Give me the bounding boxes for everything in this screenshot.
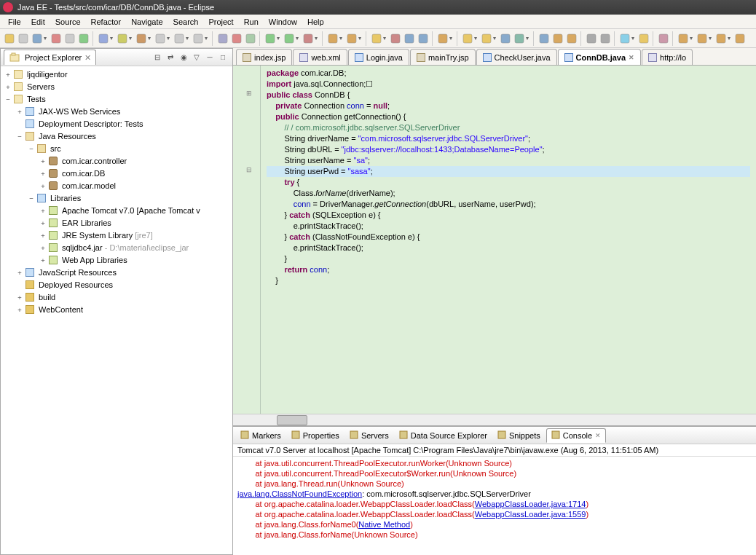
tree-twisty[interactable]: + bbox=[39, 256, 47, 264]
toolbar-dropdown-44[interactable]: ▾ bbox=[631, 35, 634, 42]
toolbar-button-19[interactable] bbox=[283, 32, 295, 44]
toolbar-button-42[interactable] bbox=[599, 32, 611, 44]
toolbar-button-16[interactable] bbox=[244, 32, 256, 44]
toolbar-dropdown-32[interactable]: ▾ bbox=[474, 35, 477, 42]
fold-marker[interactable]: ⊞ bbox=[246, 90, 252, 97]
view-tab-servers[interactable]: Servers bbox=[345, 429, 393, 442]
tree-twisty[interactable]: − bbox=[15, 133, 24, 140]
tree-twisty[interactable]: + bbox=[39, 207, 47, 214]
toolbar-button-15[interactable] bbox=[230, 32, 243, 44]
toolbar-button-18[interactable] bbox=[264, 32, 276, 44]
tree-twisty[interactable]: + bbox=[39, 157, 47, 165]
toolbar-dropdown-35[interactable]: ▾ bbox=[526, 35, 529, 42]
menu-refactor[interactable]: Refactor bbox=[86, 17, 127, 26]
view-menu-icon[interactable]: ▽ bbox=[191, 52, 202, 63]
toolbar-button-1[interactable] bbox=[17, 32, 29, 44]
menu-help[interactable]: Help bbox=[302, 17, 329, 26]
tree-node[interactable]: +EAR Libraries bbox=[1, 216, 232, 229]
console-output[interactable]: at java.util.concurrent.ThreadPoolExecut… bbox=[233, 457, 756, 555]
tree-node[interactable]: +Apache Tomcat v7.0 [Apache Tomcat v bbox=[1, 204, 232, 216]
toolbar-dropdown-23[interactable]: ▾ bbox=[358, 35, 361, 42]
tree-node[interactable]: Deployment Descriptor: Tests bbox=[1, 117, 232, 130]
view-tab-data-source-explorer[interactable]: Data Source Explorer bbox=[395, 429, 492, 442]
toolbar-button-27[interactable] bbox=[403, 32, 415, 44]
tree-node[interactable]: Deployed Resources bbox=[1, 278, 232, 291]
toolbar-button-39[interactable] bbox=[565, 32, 578, 44]
toolbar-dropdown-25[interactable]: ▾ bbox=[383, 35, 386, 42]
toolbar-dropdown-22[interactable]: ▾ bbox=[339, 35, 342, 42]
toolbar-button-35[interactable] bbox=[513, 32, 525, 44]
toolbar-button-4[interactable] bbox=[63, 32, 76, 44]
minimize-icon[interactable]: ─ bbox=[204, 52, 216, 63]
menu-search[interactable]: Search bbox=[168, 17, 204, 26]
toolbar-button-9[interactable] bbox=[135, 32, 147, 44]
project-explorer-tab[interactable]: Project Explorer ✕ bbox=[4, 50, 96, 65]
toolbar-dropdown-33[interactable]: ▾ bbox=[493, 35, 496, 42]
tree-twisty[interactable]: + bbox=[39, 232, 47, 239]
toolbar-button-11[interactable] bbox=[173, 32, 185, 44]
tree-twisty[interactable]: + bbox=[15, 294, 24, 301]
tree-node[interactable]: +ljqdiligentor bbox=[1, 68, 232, 80]
toolbar-button-33[interactable] bbox=[480, 32, 492, 44]
tree-twisty[interactable]: − bbox=[27, 194, 36, 202]
toolbar-button-47[interactable] bbox=[657, 32, 669, 44]
toolbar-button-10[interactable] bbox=[154, 32, 166, 44]
toolbar-button-51[interactable] bbox=[714, 32, 727, 44]
menu-project[interactable]: Project bbox=[203, 17, 238, 26]
tree-node[interactable]: +sqljdbc4.jar - D:\material\eclipse_jar bbox=[1, 241, 232, 253]
toolbar-dropdown-11[interactable]: ▾ bbox=[186, 35, 189, 42]
tree-twisty[interactable]: − bbox=[27, 145, 36, 152]
toolbar-dropdown-18[interactable]: ▾ bbox=[277, 35, 280, 42]
editor-tab-CheckUser-java[interactable]: CheckUser.java bbox=[476, 49, 557, 65]
toolbar-button-32[interactable] bbox=[461, 32, 473, 44]
toolbar-dropdown-9[interactable]: ▾ bbox=[148, 35, 151, 42]
tree-twisty[interactable]: + bbox=[15, 269, 24, 276]
toolbar-button-38[interactable] bbox=[551, 32, 564, 44]
toolbar-button-14[interactable] bbox=[216, 32, 229, 44]
toolbar-button-45[interactable] bbox=[637, 32, 650, 44]
toolbar-button-28[interactable] bbox=[417, 32, 429, 44]
toolbar-button-34[interactable] bbox=[499, 32, 511, 44]
editor-tab-ConnDB-java[interactable]: ConnDB.java✕ bbox=[558, 49, 641, 65]
editor-tab-web-xml[interactable]: web.xml bbox=[293, 49, 347, 65]
toolbar-button-50[interactable] bbox=[696, 32, 708, 44]
menu-navigate[interactable]: Navigate bbox=[126, 17, 168, 26]
horizontal-scrollbar[interactable] bbox=[233, 414, 756, 425]
menu-file[interactable]: File bbox=[3, 17, 26, 26]
toolbar-button-23[interactable] bbox=[345, 32, 358, 44]
close-icon[interactable]: ✕ bbox=[595, 432, 601, 439]
toolbar-button-8[interactable] bbox=[116, 32, 128, 44]
toolbar-button-0[interactable] bbox=[3, 32, 15, 44]
close-icon[interactable]: ✕ bbox=[84, 53, 91, 63]
view-tab-console[interactable]: Console✕ bbox=[546, 428, 606, 443]
toolbar-button-41[interactable] bbox=[585, 32, 597, 44]
toolbar-dropdown-10[interactable]: ▾ bbox=[167, 35, 170, 42]
editor-tab-index-jsp[interactable]: index.jsp bbox=[236, 49, 292, 65]
menu-source[interactable]: Source bbox=[50, 17, 86, 26]
toolbar-button-37[interactable] bbox=[538, 32, 550, 44]
toolbar-dropdown-7[interactable]: ▾ bbox=[110, 35, 113, 42]
toolbar-button-44[interactable] bbox=[618, 32, 631, 44]
window-close-icon[interactable] bbox=[3, 2, 13, 12]
tree-twisty[interactable]: + bbox=[15, 108, 24, 115]
menu-window[interactable]: Window bbox=[264, 17, 302, 26]
toolbar-dropdown-50[interactable]: ▾ bbox=[709, 35, 712, 42]
tree-twisty[interactable]: + bbox=[39, 170, 47, 177]
maximize-icon[interactable]: □ bbox=[217, 52, 229, 63]
tree-twisty[interactable]: + bbox=[39, 182, 47, 189]
collapse-all-icon[interactable]: ⊟ bbox=[151, 52, 163, 63]
tree-twisty[interactable]: + bbox=[15, 306, 24, 313]
tree-node[interactable]: −Libraries bbox=[1, 192, 232, 204]
tree-twisty[interactable]: + bbox=[39, 244, 47, 251]
toolbar-button-30[interactable] bbox=[436, 32, 449, 44]
editor-gutter[interactable]: ⊞⊟ bbox=[233, 66, 261, 414]
toolbar-button-2[interactable] bbox=[31, 32, 43, 44]
tree-node[interactable]: +build bbox=[1, 291, 232, 303]
tree-node[interactable]: +Servers bbox=[1, 80, 232, 92]
code-editor[interactable]: package com.icar.DB;import java.sql.Conn… bbox=[261, 66, 756, 414]
tree-node[interactable]: +com.icar.model bbox=[1, 179, 232, 192]
tree-node[interactable]: +com.icar.controller bbox=[1, 154, 232, 167]
toolbar-button-12[interactable] bbox=[192, 32, 204, 44]
close-tab-icon[interactable]: ✕ bbox=[629, 54, 634, 61]
tree-node[interactable]: +JRE System Library [jre7] bbox=[1, 229, 232, 241]
